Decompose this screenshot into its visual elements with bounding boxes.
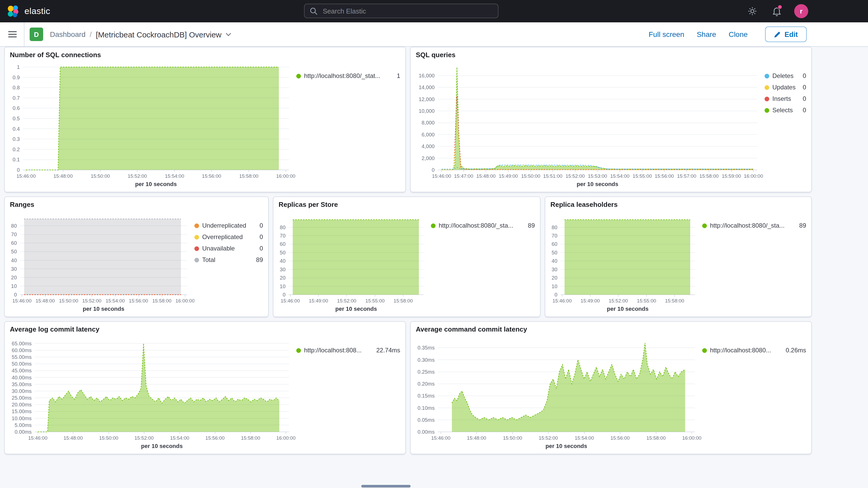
series-color-dot [765, 96, 769, 101]
svg-text:per 10 seconds: per 10 seconds [335, 306, 377, 312]
svg-text:6,000: 6,000 [422, 132, 435, 138]
chart-legend: http://localhost:8080...0.26ms [702, 335, 806, 451]
svg-text:0.35ms: 0.35ms [417, 345, 435, 350]
svg-text:15:52:00: 15:52:00 [134, 435, 154, 441]
legend-item[interactable]: Selects0 [765, 106, 806, 114]
horizontal-scrollbar-thumb[interactable] [361, 485, 411, 487]
svg-text:10: 10 [11, 283, 17, 289]
legend-label: Deletes [772, 72, 798, 80]
share-button[interactable]: Share [697, 30, 716, 38]
svg-text:per 10 seconds: per 10 seconds [141, 443, 183, 449]
edit-button[interactable]: Edit [765, 27, 807, 42]
legend-item[interactable]: http://localhost:8080/_sta...89 [702, 222, 806, 229]
toolbar-divider [24, 22, 24, 46]
legend-item[interactable]: http://localhost:8080/_sta...89 [431, 222, 535, 229]
svg-text:20: 20 [11, 275, 17, 280]
svg-text:15:52:00: 15:52:00 [609, 298, 628, 304]
svg-text:30: 30 [11, 266, 17, 272]
legend-label: Updates [772, 84, 798, 91]
chart-area[interactable]: 0.00ms5.00ms10.00ms15.00ms20.00ms25.00ms… [8, 335, 296, 451]
menu-toggle-button[interactable] [7, 30, 18, 40]
chart-area[interactable]: 0102030405060708015:46:0015:49:0015:52:0… [548, 211, 702, 313]
search-input[interactable] [322, 6, 493, 15]
legend-item[interactable]: Overreplicated0 [194, 233, 263, 241]
svg-text:70: 70 [11, 232, 17, 237]
svg-text:70: 70 [280, 233, 286, 239]
svg-text:20: 20 [552, 275, 557, 281]
legend-item[interactable]: http://localhost:8080/_stat...1 [296, 72, 400, 80]
legend-label: http://localhost:8080/_sta... [710, 222, 794, 229]
svg-text:55.00ms: 55.00ms [12, 354, 32, 360]
svg-text:14,000: 14,000 [418, 85, 435, 90]
chart-area[interactable]: 0102030405060708015:46:0015:49:0015:52:0… [277, 211, 431, 313]
svg-text:20.00ms: 20.00ms [12, 402, 32, 407]
chart-legend: http://localhost:8080/_sta...89 [702, 211, 806, 313]
legend-item[interactable]: Deletes0 [765, 72, 806, 80]
svg-text:15:52:00: 15:52:00 [337, 298, 356, 304]
legend-label: Total [202, 256, 251, 264]
chart-legend: http://localhost:8080/_stat...1 [296, 61, 400, 189]
panel-sql-connections: Number of SQL connections 00.10.20.30.40… [4, 47, 406, 192]
global-search[interactable] [304, 4, 498, 18]
svg-text:0.1: 0.1 [12, 157, 20, 162]
chart-area[interactable]: 00.10.20.30.40.50.60.70.80.9115:46:0015:… [8, 61, 296, 189]
elastic-home-link[interactable]: elastic [6, 0, 50, 22]
svg-text:15:51:00: 15:51:00 [543, 173, 562, 179]
legend-item[interactable]: Total89 [194, 256, 263, 264]
legend-value: 0 [803, 84, 806, 91]
dashboard-app-badge: D [30, 28, 43, 41]
svg-text:15:54:00: 15:54:00 [575, 435, 594, 441]
svg-text:15:46:00: 15:46:00 [553, 298, 572, 304]
search-icon [310, 7, 317, 15]
settings-button[interactable] [743, 0, 761, 22]
legend-item[interactable]: http://localhost:8080...0.26ms [702, 347, 806, 354]
svg-text:15:46:00: 15:46:00 [28, 435, 48, 441]
clone-button[interactable]: Clone [729, 30, 748, 38]
chart-area[interactable]: 02,0004,0006,0008,00010,00012,00014,0001… [414, 61, 765, 189]
legend-value: 0 [803, 72, 806, 80]
svg-text:15:55:00: 15:55:00 [632, 173, 652, 179]
legend-item[interactable]: Inserts0 [765, 95, 806, 102]
panel-avg-log-commit-latency: Average log commit latency 0.00ms5.00ms1… [4, 321, 406, 454]
svg-text:15:58:00: 15:58:00 [239, 173, 258, 179]
chart-area[interactable]: 0.00ms0.05ms0.10ms0.15ms0.20ms0.25ms0.30… [414, 335, 702, 451]
legend-label: http://localhost:8080... [710, 347, 780, 354]
svg-text:15:54:00: 15:54:00 [105, 298, 125, 304]
legend-item[interactable]: http://localhost:808...22.74ms [296, 347, 400, 354]
svg-text:15:46:00: 15:46:00 [281, 298, 300, 304]
page-title: [Metricbeat CockroachDB] Overview [96, 30, 222, 39]
chart-svg: 02,0004,0006,0008,00010,00012,00014,0001… [414, 61, 765, 189]
legend-item[interactable]: Updates0 [765, 84, 806, 91]
legend-item[interactable]: Underreplicated0 [194, 222, 263, 229]
svg-text:15:53:00: 15:53:00 [588, 173, 607, 179]
svg-text:15:50:00: 15:50:00 [59, 298, 78, 304]
legend-value: 89 [528, 222, 535, 229]
svg-text:per 10 seconds: per 10 seconds [83, 306, 124, 312]
chart-area[interactable]: 0102030405060708015:46:0015:48:0015:50:0… [8, 211, 194, 313]
svg-text:30: 30 [552, 267, 557, 272]
svg-text:15:48:00: 15:48:00 [467, 435, 486, 441]
legend-item[interactable]: Unavailable0 [194, 245, 263, 252]
svg-text:15:49:00: 15:49:00 [309, 298, 328, 304]
svg-text:0.10ms: 0.10ms [417, 405, 435, 411]
user-avatar[interactable]: r [794, 4, 808, 18]
full-screen-button[interactable]: Full screen [649, 30, 684, 38]
svg-text:35.00ms: 35.00ms [12, 382, 32, 387]
svg-text:15:49:00: 15:49:00 [581, 298, 600, 304]
legend-label: http://localhost:8080/_stat... [304, 72, 392, 80]
notifications-button[interactable] [768, 0, 785, 22]
svg-text:15:47:00: 15:47:00 [454, 173, 473, 179]
chart-legend: Underreplicated0Overreplicated0Unavailab… [194, 211, 263, 313]
svg-text:0: 0 [14, 292, 17, 298]
svg-text:50: 50 [11, 249, 17, 254]
svg-text:25.00ms: 25.00ms [12, 395, 32, 401]
svg-text:15.00ms: 15.00ms [12, 408, 32, 414]
svg-text:15:54:00: 15:54:00 [165, 173, 184, 179]
chevron-down-icon[interactable] [225, 32, 231, 36]
breadcrumb-dashboard-link[interactable]: Dashboard [50, 30, 86, 38]
svg-text:0.8: 0.8 [12, 85, 20, 90]
svg-text:0.30ms: 0.30ms [417, 357, 435, 363]
svg-text:0: 0 [283, 292, 286, 298]
series-color-dot [296, 348, 301, 353]
svg-text:0.6: 0.6 [12, 105, 20, 111]
